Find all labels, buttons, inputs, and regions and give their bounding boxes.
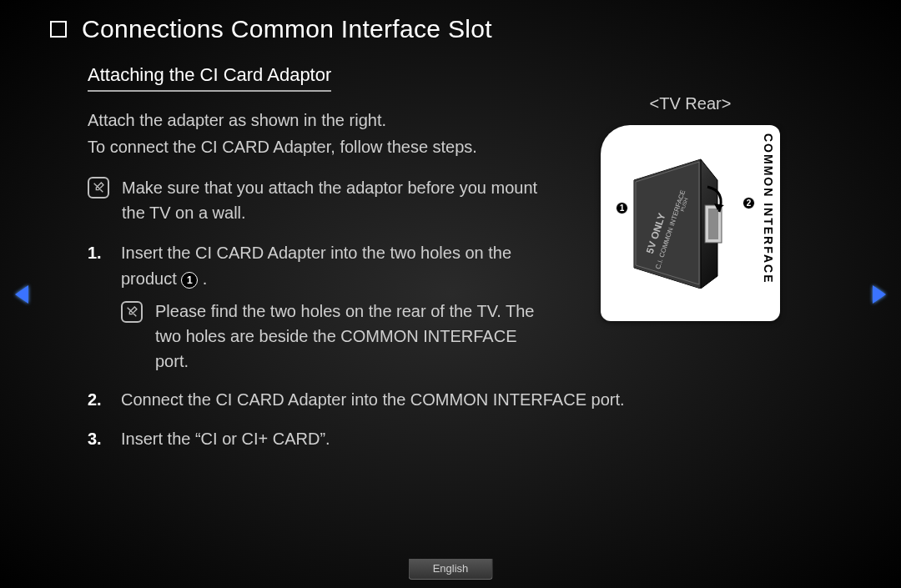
step-1-subnote: Please find the two holes on the rear of… xyxy=(121,299,555,374)
title-bullet-icon xyxy=(50,21,67,38)
language-indicator[interactable]: English xyxy=(409,559,493,580)
nav-prev-arrow[interactable] xyxy=(15,285,28,304)
page-title-row: Connections Common Interface Slot xyxy=(50,15,851,43)
top-note-text: Make sure that you attach the adaptor be… xyxy=(122,175,555,225)
step-2: 2. Connect the CI CARD Adapter into the … xyxy=(88,387,851,413)
step-1-text-a: Insert the CI CARD Adapter into the two … xyxy=(121,244,511,288)
intro-line-1: Attach the adapter as shown in the right… xyxy=(88,111,386,129)
figure-wrapper: <TV Rear> COMMON INTERFACE xyxy=(601,94,780,321)
intro-line-2: To connect the CI CARD Adapter, follow t… xyxy=(88,138,477,156)
manual-page: Connections Common Interface Slot Attach… xyxy=(50,15,851,555)
figure-side-label: COMMON INTERFACE xyxy=(762,133,775,284)
top-note: Make sure that you attach the adaptor be… xyxy=(88,175,555,225)
svg-rect-8 xyxy=(708,209,718,239)
step-3-text: Insert the “CI or CI+ CARD”. xyxy=(121,430,330,448)
step-3: 3. Insert the “CI or CI+ CARD”. xyxy=(88,426,851,452)
figure-arrow-icon xyxy=(612,262,624,270)
intro-paragraph: Attach the adapter as shown in the right… xyxy=(88,107,555,160)
figure-caption: <TV Rear> xyxy=(601,94,780,113)
step-3-number: 3. xyxy=(88,426,121,452)
step-2-text: Connect the CI CARD Adapter into the COM… xyxy=(121,390,625,409)
figure-arrow-icon xyxy=(612,175,624,183)
tv-rear-figure: COMMON INTERFACE C.I. C xyxy=(601,125,780,321)
note-icon xyxy=(88,177,109,199)
svg-marker-1 xyxy=(634,159,701,289)
page-title: Connections Common Interface Slot xyxy=(82,15,492,43)
figure-callout-1-icon: 1 xyxy=(616,202,628,214)
step-2-number: 2. xyxy=(88,387,121,413)
adapter-illustration: C.I. COMMON INTERFACE 5V ONLY PUSH xyxy=(626,155,726,289)
step-1-subnote-text: Please find the two holes on the rear of… xyxy=(155,299,555,374)
figure-callout-2-icon: 2 xyxy=(742,197,755,209)
callout-1-icon: 1 xyxy=(181,272,198,289)
nav-next-arrow[interactable] xyxy=(873,285,886,304)
note-icon xyxy=(121,301,143,323)
section-subtitle: Attaching the CI Card Adaptor xyxy=(88,64,331,92)
step-1-number: 1. xyxy=(88,240,121,266)
step-1-text-b: . xyxy=(203,269,208,288)
